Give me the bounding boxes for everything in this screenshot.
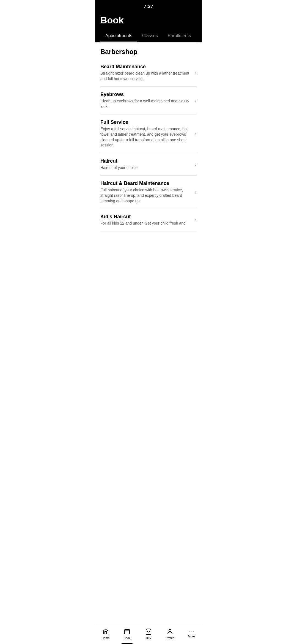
chevron-right-icon: ›	[195, 162, 197, 167]
service-info: Beard MaintenanceStraight razor beard cl…	[100, 64, 195, 81]
page-title: Book	[100, 15, 197, 30]
header: Book Appointments Classes Enrollments	[95, 12, 202, 42]
service-description: Enjoy a full service haircut, beard main…	[100, 126, 192, 148]
service-name: Eyebrows	[100, 92, 192, 97]
chevron-right-icon: ›	[195, 98, 197, 103]
chevron-right-icon: ›	[195, 189, 197, 195]
tabs-bar: Appointments Classes Enrollments	[100, 30, 197, 42]
service-info: Haircut & Beard MaintenanceFull haircut …	[100, 181, 195, 204]
service-name: Kid's Haircut	[100, 214, 192, 220]
service-item[interactable]: Full ServiceEnjoy a full service haircut…	[100, 114, 197, 153]
chevron-right-icon: ›	[195, 70, 197, 76]
service-list: Beard MaintenanceStraight razor beard cl…	[95, 59, 202, 231]
service-name: Haircut	[100, 158, 192, 164]
chevron-right-icon: ›	[195, 131, 197, 137]
tab-appointments[interactable]: Appointments	[100, 30, 137, 42]
service-item[interactable]: Beard MaintenanceStraight razor beard cl…	[100, 59, 197, 87]
service-info: EyebrowsClean up eyebrows for a well-mai…	[100, 92, 195, 109]
service-name: Beard Maintenance	[100, 64, 192, 70]
service-item[interactable]: EyebrowsClean up eyebrows for a well-mai…	[100, 87, 197, 114]
service-description: Clean up eyebrows for a well-maintained …	[100, 99, 192, 109]
tab-classes[interactable]: Classes	[137, 30, 163, 42]
tab-enrollments[interactable]: Enrollments	[163, 30, 196, 42]
status-bar: 7:37	[95, 0, 202, 12]
service-item[interactable]: Kid's HaircutFor all kids 12 and under. …	[100, 209, 197, 231]
section-title: Barbershop	[95, 42, 202, 59]
status-time: 7:37	[144, 4, 153, 9]
service-description: Full haircut of your choice with hot tow…	[100, 187, 192, 204]
service-name: Haircut & Beard Maintenance	[100, 181, 192, 186]
chevron-right-icon: ›	[195, 217, 197, 223]
service-item[interactable]: HaircutHaircut of your choice›	[100, 153, 197, 176]
service-name: Full Service	[100, 119, 192, 125]
service-description: Haircut of your choice	[100, 165, 192, 171]
service-item[interactable]: Haircut & Beard MaintenanceFull haircut …	[100, 176, 197, 209]
service-info: Full ServiceEnjoy a full service haircut…	[100, 119, 195, 148]
service-description: Straight razor beard clean up with a lat…	[100, 71, 192, 81]
service-info: Kid's HaircutFor all kids 12 and under. …	[100, 214, 195, 226]
service-description: For all kids 12 and under. Get your chil…	[100, 221, 192, 226]
content-area: Barbershop Beard MaintenanceStraight raz…	[95, 42, 202, 231]
service-info: HaircutHaircut of your choice	[100, 158, 195, 171]
